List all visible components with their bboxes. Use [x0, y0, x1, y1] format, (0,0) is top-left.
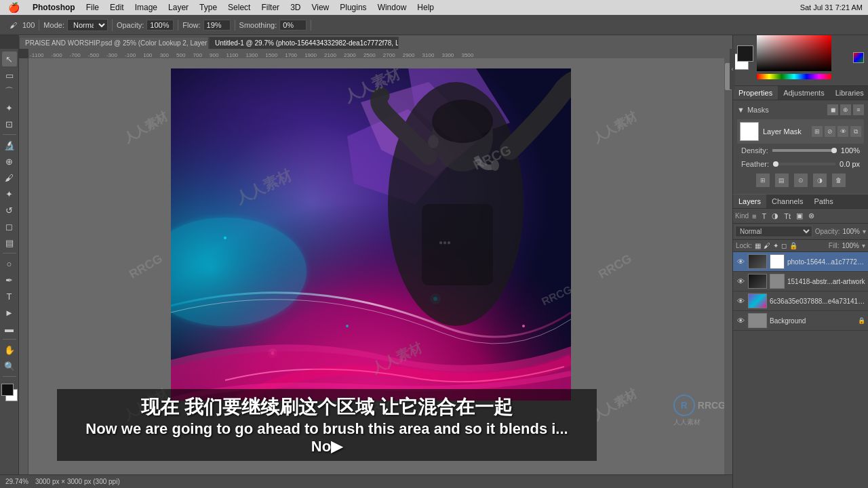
layer-mask-item[interactable]: Layer Mask ⊞ ⊘ 👁 ⧉	[737, 119, 864, 144]
tab-libraries[interactable]: Libraries	[830, 86, 868, 100]
fill-dropdown-icon[interactable]: ▾	[862, 242, 865, 249]
tool-preset-picker[interactable]: 🖌	[7, 20, 20, 30]
mask-link-btn[interactable]: ⧉	[850, 126, 861, 137]
tab-untitled[interactable]: Untitled-1 @ 29.7% (photo-1564434332982-…	[209, 37, 399, 49]
layer-visibility-0[interactable]: 👁	[736, 257, 745, 266]
foreground-color[interactable]	[737, 45, 753, 62]
color-indicator[interactable]	[853, 52, 864, 63]
lasso-tool[interactable]: ⌒	[2, 84, 17, 99]
rectangular-marquee-tool[interactable]: ▭	[2, 68, 17, 83]
brush-tool[interactable]: 🖌	[2, 170, 17, 185]
filter-toggle-btn[interactable]: ⊗	[806, 211, 816, 221]
zoom-tool[interactable]: 🔍	[2, 359, 17, 373]
menu-filter[interactable]: Filter	[256, 0, 285, 15]
layer-visibility-2[interactable]: 👁	[736, 296, 745, 306]
menu-plugins[interactable]: Plugins	[334, 0, 372, 15]
dodge-tool[interactable]: ○	[2, 256, 17, 271]
healing-brush-tool[interactable]: ⊕	[2, 154, 17, 169]
blend-mode-select[interactable]: Normal Multiply Screen Overlay	[735, 226, 812, 237]
menu-type[interactable]: Type	[194, 0, 222, 15]
lock-position-btn[interactable]: ✦	[773, 242, 778, 249]
layer-shape-btn[interactable]: ▣	[794, 211, 805, 221]
history-brush-tool[interactable]: ↺	[2, 203, 17, 218]
color-swatch-widget[interactable]	[0, 382, 19, 403]
opacity-dropdown-icon[interactable]: ▾	[863, 228, 866, 235]
menu-layer[interactable]: Layer	[163, 0, 194, 15]
mask-selection-btn[interactable]: ⊞	[756, 174, 770, 187]
type-tool[interactable]: T	[2, 289, 17, 304]
mask-disable-btn[interactable]: ⊘	[825, 126, 835, 137]
color-picker-area[interactable]	[757, 34, 845, 81]
smoothing-input[interactable]	[279, 20, 307, 30]
mask-eye-btn[interactable]: 👁	[837, 126, 848, 137]
add-pixel-mask-btn[interactable]: ◼	[827, 104, 838, 115]
path-selection-tool[interactable]: ►	[2, 305, 17, 320]
mask-apply2-btn[interactable]: ▤	[775, 174, 789, 187]
mode-select[interactable]: Normal	[67, 19, 108, 31]
clone-stamp-tool[interactable]: ✦	[2, 186, 17, 201]
tab-layers[interactable]: Layers	[733, 195, 766, 208]
mask-options-btn[interactable]: ≡	[853, 104, 864, 115]
foreground-color-swatch[interactable]	[1, 384, 14, 396]
add-vector-mask-btn[interactable]: ⊕	[840, 104, 851, 115]
density-slider-thumb[interactable]	[831, 148, 837, 153]
pen-tool[interactable]: ✒	[2, 272, 17, 287]
lock-transparent-btn[interactable]: ▦	[755, 242, 761, 249]
eyedropper-tool[interactable]: 🔬	[2, 138, 17, 152]
filter-kind-btn[interactable]: ≡	[750, 211, 758, 221]
move-tool[interactable]: ↖	[2, 52, 17, 66]
mask-delete-btn[interactable]: 🗑	[832, 174, 846, 187]
layer-visibility-1[interactable]: 👁	[736, 277, 745, 286]
gradient-tool[interactable]: ▤	[2, 235, 17, 250]
canvas-area[interactable]: 人人素材 RRCG 人人素材 RRCG 人人素材 RRCG 人人素材 RRCG …	[28, 58, 732, 474]
layer-visibility-3[interactable]: 👁	[736, 316, 745, 325]
layer-type-btn[interactable]: T	[760, 211, 768, 221]
layer-row-2[interactable]: 👁 6c36a35e037888...e4a7314121e68	[733, 291, 868, 311]
mask-apply-btn[interactable]: ⊞	[812, 126, 823, 137]
menu-select[interactable]: Select	[222, 0, 256, 15]
feather-label: Feather:	[741, 160, 769, 168]
layer-row-1[interactable]: 👁 151418-abstr...art-artwork	[733, 272, 868, 291]
opacity-input[interactable]	[146, 20, 174, 30]
feather-slider[interactable]	[773, 163, 835, 165]
layer-row-0[interactable]: 👁 photo-15644...a1c7772f78	[733, 252, 868, 272]
menu-photoshop[interactable]: Photoshop	[27, 0, 81, 15]
layer-row-3[interactable]: 👁 Background 🔒	[733, 311, 868, 331]
mask-refine-btn[interactable]: ⊙	[794, 174, 808, 187]
hue-slider[interactable]	[757, 74, 831, 79]
menu-image[interactable]: Image	[130, 0, 163, 15]
lock-all-btn[interactable]: 🔒	[789, 242, 797, 249]
feather-slider-thumb[interactable]	[773, 161, 778, 167]
menu-3d[interactable]: 3D	[285, 0, 306, 15]
crop-tool[interactable]: ⊡	[2, 117, 17, 131]
layer-adjust-btn[interactable]: ◑	[770, 211, 781, 221]
menu-help[interactable]: Help	[412, 0, 439, 15]
panel-collapse-button[interactable]: ‹	[730, 49, 735, 89]
tab-adjustments[interactable]: Adjustments	[778, 86, 830, 100]
menu-view[interactable]: View	[306, 0, 334, 15]
density-slider[interactable]	[772, 149, 837, 152]
tab-channels[interactable]: Channels	[766, 195, 808, 208]
masks-expand-icon[interactable]: ▼	[737, 106, 745, 114]
mask-invert-btn[interactable]: ◑	[813, 174, 827, 187]
layer-text-btn[interactable]: Tt	[782, 211, 793, 221]
quick-selection-tool[interactable]: ✦	[2, 100, 17, 115]
document-canvas[interactable]: ●●● 人人素材 RRCG 人人素材 RRCG 人人素材	[171, 68, 571, 401]
shape-tool[interactable]: ▬	[2, 321, 17, 336]
tab-praise-worship[interactable]: PRAISE AND WORSHIP.psd @ 25% (Color Look…	[19, 37, 209, 49]
vertical-scrollbar[interactable]	[724, 49, 732, 474]
hand-tool[interactable]: ✋	[2, 342, 17, 357]
lock-image-btn[interactable]: 🖌	[764, 242, 770, 249]
tab-paths[interactable]: Paths	[809, 195, 839, 208]
menu-file[interactable]: File	[81, 0, 104, 15]
foreground-background-swatches[interactable]	[737, 45, 749, 70]
menu-window[interactable]: Window	[372, 0, 412, 15]
menu-edit[interactable]: Edit	[104, 0, 130, 15]
apple-menu[interactable]: 🍎	[0, 2, 27, 13]
tab-properties[interactable]: Properties	[733, 86, 778, 100]
flow-input[interactable]	[203, 20, 231, 30]
eraser-tool[interactable]: ◻	[2, 219, 17, 234]
color-gradient-field[interactable]	[757, 34, 831, 71]
masks-label: Masks	[747, 106, 769, 114]
lock-artboard-btn[interactable]: ◻	[781, 242, 787, 249]
